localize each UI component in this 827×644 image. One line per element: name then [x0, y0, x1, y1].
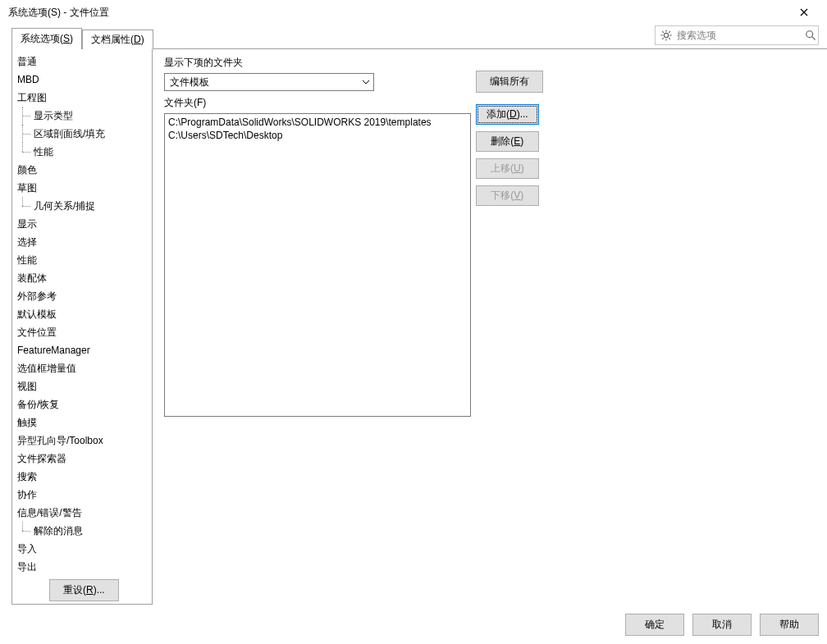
sidebar-item[interactable]: 默认模板: [12, 305, 152, 323]
search-input[interactable]: [677, 30, 800, 41]
svg-point-0: [664, 33, 668, 37]
sidebar[interactable]: 普通MBD工程图显示类型区域剖面线/填充性能颜色草图几何关系/捕捉显示选择性能装…: [11, 49, 153, 605]
show-folders-label: 显示下项的文件夹: [164, 56, 819, 70]
reset-wrap: 重设(R)...: [49, 579, 119, 601]
close-icon: [800, 8, 808, 16]
ok-button[interactable]: 确定: [625, 614, 684, 636]
sidebar-item[interactable]: 导出: [12, 558, 152, 576]
reset-button[interactable]: 重设(R)...: [49, 579, 119, 601]
sidebar-child-item[interactable]: 性能: [12, 143, 152, 161]
gear-icon: [660, 30, 672, 41]
svg-point-9: [806, 31, 813, 38]
sidebar-child-item[interactable]: 几何关系/捕捉: [12, 197, 152, 215]
tab-document-properties[interactable]: 文档属性(D): [82, 30, 153, 49]
search-icon: [805, 30, 816, 41]
sidebar-item[interactable]: 导入: [12, 540, 152, 558]
sidebar-child-item[interactable]: 区域剖面线/填充: [12, 125, 152, 143]
combo-value: 文件模板: [170, 75, 209, 89]
folders-listbox[interactable]: C:\ProgramData\SolidWorks\SOLIDWORKS 201…: [164, 113, 471, 417]
edit-all-wrap: 编辑所有: [476, 71, 543, 93]
sidebar-item[interactable]: 视图: [12, 377, 152, 395]
tabs: 系统选项(S) 文档属性(D): [11, 28, 153, 49]
sidebar-item[interactable]: 异型孔向导/Toolbox: [12, 432, 152, 450]
tab-label: 系统选项(: [21, 33, 63, 44]
sidebar-item[interactable]: 选择: [12, 233, 152, 251]
sidebar-item[interactable]: MBD: [12, 71, 152, 89]
svg-line-7: [669, 31, 670, 33]
sidebar-item[interactable]: 选值框增量值: [12, 359, 152, 377]
cancel-button[interactable]: 取消: [692, 614, 752, 636]
chevron-down-icon: [362, 78, 370, 86]
tab-label: 文档属性(: [91, 34, 134, 45]
right-buttons: 添加(D)... 删除(E) 上移(U) 下移(V): [476, 104, 539, 206]
svg-line-8: [662, 38, 664, 39]
titlebar: 系统选项(S) - 文件位置: [0, 0, 827, 25]
sidebar-item[interactable]: 显示: [12, 215, 152, 233]
sidebar-item[interactable]: 文件探索器: [12, 450, 152, 468]
sidebar-item[interactable]: FeatureManager: [12, 341, 152, 359]
sidebar-child-item[interactable]: 显示类型: [12, 107, 152, 125]
edit-all-button[interactable]: 编辑所有: [476, 71, 543, 93]
sidebar-item[interactable]: 外部参考: [12, 287, 152, 305]
sidebar-item[interactable]: 装配体: [12, 269, 152, 287]
list-item[interactable]: C:\ProgramData\SolidWorks\SOLIDWORKS 201…: [168, 116, 467, 129]
help-button[interactable]: 帮助: [760, 614, 819, 636]
move-up-button[interactable]: 上移(U): [476, 158, 539, 179]
sidebar-item[interactable]: 信息/错误/警告: [12, 504, 152, 522]
close-button[interactable]: [788, 1, 820, 24]
move-down-button[interactable]: 下移(V): [476, 185, 539, 206]
sidebar-child-item[interactable]: 解除的消息: [12, 522, 152, 540]
sidebar-item[interactable]: 草图: [12, 179, 152, 197]
sidebar-item[interactable]: 备份/恢复: [12, 395, 152, 413]
body: 普通MBD工程图显示类型区域剖面线/填充性能颜色草图几何关系/捕捉显示选择性能装…: [11, 49, 819, 605]
svg-line-10: [812, 37, 816, 40]
sidebar-item[interactable]: 协作: [12, 486, 152, 504]
folder-type-combo[interactable]: 文件模板: [164, 73, 374, 91]
search-box[interactable]: [655, 25, 819, 45]
sidebar-item[interactable]: 颜色: [12, 161, 152, 179]
window-title: 系统选项(S) - 文件位置: [8, 6, 109, 20]
sidebar-item[interactable]: 性能: [12, 251, 152, 269]
sidebar-item[interactable]: 触摸: [12, 413, 152, 432]
svg-line-6: [669, 38, 670, 39]
bottom-bar: 确定 取消 帮助: [0, 614, 819, 636]
svg-line-5: [662, 31, 664, 33]
sidebar-item[interactable]: 文件位置: [12, 323, 152, 341]
top-row: 系统选项(S) 文档属性(D): [0, 25, 827, 49]
list-item[interactable]: C:\Users\SDTech\Desktop: [168, 129, 467, 142]
delete-button[interactable]: 删除(E): [476, 131, 539, 152]
sidebar-item[interactable]: 工程图: [12, 89, 152, 107]
sidebar-item[interactable]: 搜索: [12, 468, 152, 486]
sidebar-item[interactable]: 普通: [12, 53, 152, 71]
add-button[interactable]: 添加(D)...: [476, 104, 539, 125]
tab-system-options[interactable]: 系统选项(S): [11, 28, 82, 49]
